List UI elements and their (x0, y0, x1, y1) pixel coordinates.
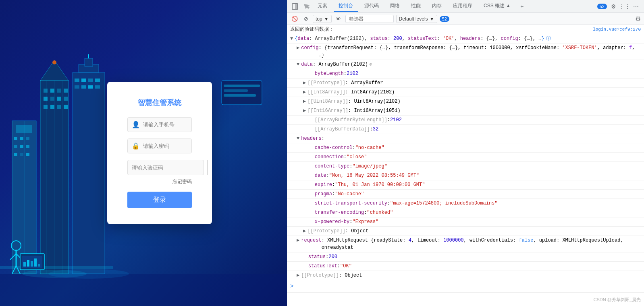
request-toggle[interactable] (297, 237, 299, 244)
tab-css-overview[interactable]: CSS 概述 ▲ (479, 1, 515, 12)
svg-point-45 (11, 241, 21, 250)
login-button[interactable]: 登录 (127, 192, 192, 208)
error-badge: 52 (597, 4, 607, 9)
expire-line: expire: "Thu, 01 Jan 1970 00:00:00 GMT" (287, 180, 644, 190)
captcha-row: 4u8n (127, 160, 192, 175)
arraybuffer-bytelength-line: [[ArrayBufferByteLength]]: 2102 (287, 116, 644, 125)
filter-input[interactable] (345, 15, 394, 23)
status-line: status: 200 (287, 252, 644, 262)
info-icon[interactable]: ⓘ (546, 35, 551, 42)
phone-input[interactable] (143, 122, 187, 128)
svg-rect-30 (64, 105, 68, 109)
chevron-down-icon: ▼ (324, 16, 329, 22)
proto-toggle[interactable] (303, 79, 306, 87)
svg-rect-59 (224, 89, 248, 92)
settings-icon[interactable]: ⚙ (609, 2, 618, 11)
svg-rect-57 (222, 81, 262, 105)
svg-rect-52 (23, 262, 26, 267)
svg-rect-12 (26, 153, 29, 156)
tab-application[interactable]: 应用程序 (448, 1, 477, 12)
phone-input-group: 👤 (127, 117, 192, 132)
headers-line: headers: (287, 134, 644, 143)
int16-toggle[interactable] (303, 107, 306, 114)
devtools-toolbar: 元素 控制台 源代码 网络 性能 内存 应用程序 CSS 概述 ▲ + 52 ⚙… (287, 0, 644, 13)
svg-line-46 (10, 254, 16, 260)
pragma-line: pragma: "No-cache" (287, 190, 644, 199)
password-input[interactable] (143, 143, 187, 149)
svg-rect-37 (88, 79, 93, 82)
levels-label: Default levels (399, 16, 428, 22)
svg-rect-13 (40, 81, 69, 274)
headers-toggle[interactable] (297, 135, 299, 142)
no-signal-btn[interactable]: ⊘ (301, 14, 310, 23)
svg-line-47 (16, 254, 22, 260)
uint8array-line: [[Uint8Array]]: Uint8Array(2102) (287, 97, 644, 106)
tab-sources[interactable]: 源代码 (359, 1, 384, 12)
connection-line: connection: "close" (287, 153, 644, 162)
bytelength-line: byteLength: 2102 (287, 69, 644, 79)
headers-proto-toggle[interactable] (303, 227, 306, 235)
tab-memory[interactable]: 内存 (427, 1, 447, 12)
config-toggle[interactable] (297, 44, 299, 52)
levels-selector[interactable]: Default levels ▼ (396, 15, 437, 23)
int8-toggle[interactable] (303, 89, 306, 96)
login-panel: 智慧住管系统 👤 🔒 4u8n 忘记密码 登录 (0, 0, 287, 306)
svg-point-62 (48, 269, 129, 279)
svg-rect-2 (16, 125, 32, 133)
tab-network[interactable]: 网络 (385, 1, 405, 12)
sts-line: strict-transport-security: "max-age=1572… (287, 199, 644, 208)
svg-rect-0 (0, 274, 287, 306)
int8array-line: [[Int8Array]]: Int8Array(2102) (287, 88, 644, 97)
uint8-toggle[interactable] (303, 98, 306, 105)
main-toggle[interactable] (290, 35, 293, 42)
captcha-input[interactable] (127, 160, 204, 175)
svg-rect-7 (14, 145, 17, 148)
tab-console[interactable]: 控制台 (334, 1, 358, 12)
copy-icon[interactable]: ⊙ (370, 61, 372, 68)
devtools-dock-icon[interactable] (290, 2, 300, 11)
tab-performance[interactable]: 性能 (406, 1, 426, 12)
add-tab-icon[interactable]: + (517, 2, 527, 11)
captcha-image[interactable]: 4u8n (207, 160, 208, 175)
svg-rect-8 (20, 145, 23, 148)
context-selector[interactable]: top ▼ (313, 15, 332, 23)
password-input-group: 🔒 (127, 139, 192, 153)
svg-rect-11 (20, 153, 23, 156)
svg-rect-19 (44, 89, 48, 93)
login-title: 智慧住管系统 (127, 98, 192, 108)
svg-rect-53 (27, 260, 29, 267)
expand-arrow[interactable]: > (289, 281, 295, 292)
arraybuffer-data-line: [[ArrayBufferData]]: 32 (287, 125, 644, 134)
svg-line-49 (16, 266, 20, 274)
svg-rect-36 (81, 79, 86, 82)
headers-prototype-line: [[Prototype]]: Object (287, 227, 644, 236)
svg-rect-41 (88, 85, 93, 89)
main-object-line: {data: ArrayBuffer(2102), status: 200, s… (287, 34, 644, 43)
clear-console-btn[interactable]: 🚫 (290, 14, 299, 23)
more-icon[interactable]: ⋯ (631, 2, 641, 11)
source-link[interactable]: login.vue?cef9:270 (593, 26, 641, 33)
main-proto-toggle[interactable] (297, 272, 299, 279)
devtools-inspect-icon[interactable] (301, 2, 311, 11)
svg-marker-14 (40, 60, 69, 81)
svg-rect-55 (34, 258, 37, 267)
login-card: 智慧住管系统 👤 🔒 4u8n 忘记密码 登录 (107, 82, 212, 224)
captcha-text: 4u8n (207, 163, 208, 172)
console-toolbar: 🚫 ⊘ top ▼ 👁 Default levels ▼ 52 ⚙ (287, 13, 644, 25)
tab-elements[interactable]: 元素 (313, 1, 332, 12)
svg-rect-29 (57, 105, 61, 109)
svg-point-61 (22, 270, 87, 278)
csdn-watermark: CSDN @芳草斜阳_晨光 (593, 297, 641, 303)
dock-icon[interactable]: ⋮⋮ (620, 2, 629, 11)
svg-rect-43 (0, 266, 113, 269)
eye-btn[interactable]: 👁 (334, 14, 343, 23)
data-toggle[interactable] (297, 61, 299, 68)
svg-rect-56 (38, 264, 40, 267)
svg-rect-23 (44, 97, 48, 101)
forgot-password-link[interactable]: 忘记密码 (127, 178, 192, 185)
content-type-line: content-type: "image/jpeg" (287, 162, 644, 171)
svg-rect-21 (57, 89, 61, 93)
svg-rect-60 (224, 94, 256, 97)
console-settings-icon[interactable]: ⚙ (635, 15, 641, 23)
svg-rect-42 (95, 85, 100, 89)
